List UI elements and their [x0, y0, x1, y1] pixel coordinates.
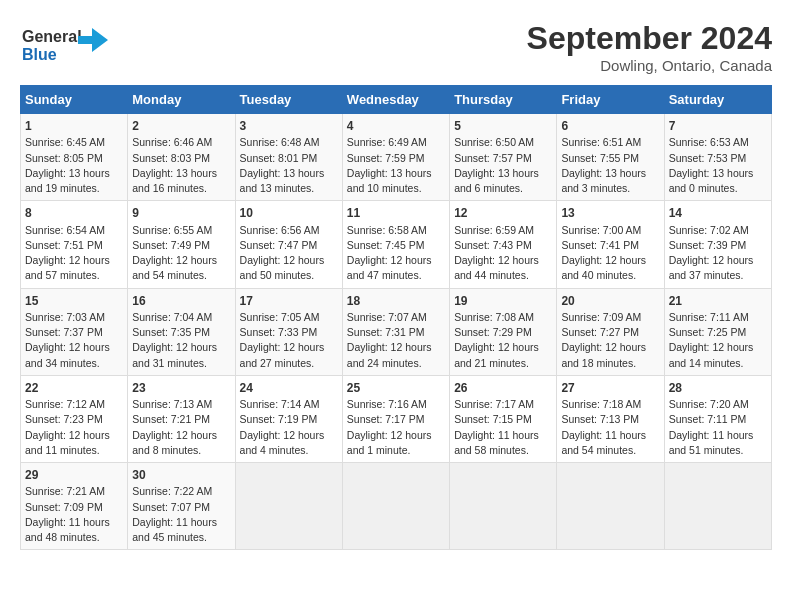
column-header-tuesday: Tuesday: [235, 86, 342, 114]
day-number: 30: [132, 467, 230, 484]
calendar-cell: 13Sunrise: 7:00 AMSunset: 7:41 PMDayligh…: [557, 201, 664, 288]
calendar-cell: 1Sunrise: 6:45 AMSunset: 8:05 PMDaylight…: [21, 114, 128, 201]
logo-svg: General Blue: [20, 20, 110, 75]
day-number: 15: [25, 293, 123, 310]
calendar-cell: 23Sunrise: 7:13 AMSunset: 7:21 PMDayligh…: [128, 375, 235, 462]
title-block: September 2024 Dowling, Ontario, Canada: [527, 20, 772, 74]
day-number: 24: [240, 380, 338, 397]
day-number: 2: [132, 118, 230, 135]
day-info: Sunrise: 7:02 AMSunset: 7:39 PMDaylight:…: [669, 223, 767, 284]
calendar-cell: 16Sunrise: 7:04 AMSunset: 7:35 PMDayligh…: [128, 288, 235, 375]
column-header-saturday: Saturday: [664, 86, 771, 114]
calendar-cell: [664, 463, 771, 550]
calendar-cell: 21Sunrise: 7:11 AMSunset: 7:25 PMDayligh…: [664, 288, 771, 375]
calendar-cell: 17Sunrise: 7:05 AMSunset: 7:33 PMDayligh…: [235, 288, 342, 375]
day-info: Sunrise: 6:51 AMSunset: 7:55 PMDaylight:…: [561, 135, 659, 196]
column-header-monday: Monday: [128, 86, 235, 114]
week-row-2: 8Sunrise: 6:54 AMSunset: 7:51 PMDaylight…: [21, 201, 772, 288]
day-info: Sunrise: 7:04 AMSunset: 7:35 PMDaylight:…: [132, 310, 230, 371]
calendar-cell: [557, 463, 664, 550]
column-header-friday: Friday: [557, 86, 664, 114]
column-header-sunday: Sunday: [21, 86, 128, 114]
day-number: 20: [561, 293, 659, 310]
day-info: Sunrise: 7:08 AMSunset: 7:29 PMDaylight:…: [454, 310, 552, 371]
day-number: 28: [669, 380, 767, 397]
page-header: General Blue September 2024 Dowling, Ont…: [20, 20, 772, 75]
month-title: September 2024: [527, 20, 772, 57]
day-info: Sunrise: 6:53 AMSunset: 7:53 PMDaylight:…: [669, 135, 767, 196]
day-number: 8: [25, 205, 123, 222]
calendar-cell: 27Sunrise: 7:18 AMSunset: 7:13 PMDayligh…: [557, 375, 664, 462]
calendar-cell: 25Sunrise: 7:16 AMSunset: 7:17 PMDayligh…: [342, 375, 449, 462]
header-row: SundayMondayTuesdayWednesdayThursdayFrid…: [21, 86, 772, 114]
location: Dowling, Ontario, Canada: [527, 57, 772, 74]
day-number: 29: [25, 467, 123, 484]
day-info: Sunrise: 6:45 AMSunset: 8:05 PMDaylight:…: [25, 135, 123, 196]
week-row-3: 15Sunrise: 7:03 AMSunset: 7:37 PMDayligh…: [21, 288, 772, 375]
calendar-cell: 3Sunrise: 6:48 AMSunset: 8:01 PMDaylight…: [235, 114, 342, 201]
calendar-cell: [450, 463, 557, 550]
day-number: 9: [132, 205, 230, 222]
week-row-4: 22Sunrise: 7:12 AMSunset: 7:23 PMDayligh…: [21, 375, 772, 462]
calendar-cell: [235, 463, 342, 550]
calendar-cell: 2Sunrise: 6:46 AMSunset: 8:03 PMDaylight…: [128, 114, 235, 201]
day-number: 14: [669, 205, 767, 222]
day-number: 3: [240, 118, 338, 135]
day-number: 25: [347, 380, 445, 397]
day-info: Sunrise: 6:55 AMSunset: 7:49 PMDaylight:…: [132, 223, 230, 284]
calendar-cell: 18Sunrise: 7:07 AMSunset: 7:31 PMDayligh…: [342, 288, 449, 375]
week-row-1: 1Sunrise: 6:45 AMSunset: 8:05 PMDaylight…: [21, 114, 772, 201]
day-info: Sunrise: 6:50 AMSunset: 7:57 PMDaylight:…: [454, 135, 552, 196]
calendar-cell: 15Sunrise: 7:03 AMSunset: 7:37 PMDayligh…: [21, 288, 128, 375]
day-info: Sunrise: 7:00 AMSunset: 7:41 PMDaylight:…: [561, 223, 659, 284]
day-info: Sunrise: 7:18 AMSunset: 7:13 PMDaylight:…: [561, 397, 659, 458]
day-number: 21: [669, 293, 767, 310]
day-info: Sunrise: 6:58 AMSunset: 7:45 PMDaylight:…: [347, 223, 445, 284]
day-number: 22: [25, 380, 123, 397]
calendar-cell: 9Sunrise: 6:55 AMSunset: 7:49 PMDaylight…: [128, 201, 235, 288]
day-info: Sunrise: 7:03 AMSunset: 7:37 PMDaylight:…: [25, 310, 123, 371]
day-info: Sunrise: 7:17 AMSunset: 7:15 PMDaylight:…: [454, 397, 552, 458]
day-info: Sunrise: 7:11 AMSunset: 7:25 PMDaylight:…: [669, 310, 767, 371]
day-info: Sunrise: 6:49 AMSunset: 7:59 PMDaylight:…: [347, 135, 445, 196]
day-number: 1: [25, 118, 123, 135]
calendar-cell: 7Sunrise: 6:53 AMSunset: 7:53 PMDaylight…: [664, 114, 771, 201]
day-number: 26: [454, 380, 552, 397]
day-info: Sunrise: 7:20 AMSunset: 7:11 PMDaylight:…: [669, 397, 767, 458]
day-number: 11: [347, 205, 445, 222]
calendar-cell: 24Sunrise: 7:14 AMSunset: 7:19 PMDayligh…: [235, 375, 342, 462]
day-info: Sunrise: 6:59 AMSunset: 7:43 PMDaylight:…: [454, 223, 552, 284]
column-header-thursday: Thursday: [450, 86, 557, 114]
day-number: 13: [561, 205, 659, 222]
logo: General Blue: [20, 20, 110, 75]
calendar-cell: 28Sunrise: 7:20 AMSunset: 7:11 PMDayligh…: [664, 375, 771, 462]
calendar-cell: 19Sunrise: 7:08 AMSunset: 7:29 PMDayligh…: [450, 288, 557, 375]
day-info: Sunrise: 7:12 AMSunset: 7:23 PMDaylight:…: [25, 397, 123, 458]
svg-text:Blue: Blue: [22, 46, 57, 63]
day-number: 23: [132, 380, 230, 397]
calendar-cell: 26Sunrise: 7:17 AMSunset: 7:15 PMDayligh…: [450, 375, 557, 462]
column-header-wednesday: Wednesday: [342, 86, 449, 114]
day-info: Sunrise: 6:56 AMSunset: 7:47 PMDaylight:…: [240, 223, 338, 284]
day-number: 17: [240, 293, 338, 310]
day-number: 12: [454, 205, 552, 222]
calendar-cell: 14Sunrise: 7:02 AMSunset: 7:39 PMDayligh…: [664, 201, 771, 288]
day-info: Sunrise: 7:13 AMSunset: 7:21 PMDaylight:…: [132, 397, 230, 458]
week-row-5: 29Sunrise: 7:21 AMSunset: 7:09 PMDayligh…: [21, 463, 772, 550]
calendar-cell: 10Sunrise: 6:56 AMSunset: 7:47 PMDayligh…: [235, 201, 342, 288]
calendar-cell: [342, 463, 449, 550]
calendar-cell: 5Sunrise: 6:50 AMSunset: 7:57 PMDaylight…: [450, 114, 557, 201]
svg-text:General: General: [22, 28, 82, 45]
day-info: Sunrise: 6:48 AMSunset: 8:01 PMDaylight:…: [240, 135, 338, 196]
day-info: Sunrise: 7:14 AMSunset: 7:19 PMDaylight:…: [240, 397, 338, 458]
day-number: 19: [454, 293, 552, 310]
day-info: Sunrise: 6:54 AMSunset: 7:51 PMDaylight:…: [25, 223, 123, 284]
day-info: Sunrise: 7:16 AMSunset: 7:17 PMDaylight:…: [347, 397, 445, 458]
calendar-cell: 22Sunrise: 7:12 AMSunset: 7:23 PMDayligh…: [21, 375, 128, 462]
calendar-cell: 11Sunrise: 6:58 AMSunset: 7:45 PMDayligh…: [342, 201, 449, 288]
day-number: 16: [132, 293, 230, 310]
calendar-cell: 6Sunrise: 6:51 AMSunset: 7:55 PMDaylight…: [557, 114, 664, 201]
calendar-table: SundayMondayTuesdayWednesdayThursdayFrid…: [20, 85, 772, 550]
svg-marker-2: [78, 28, 108, 52]
day-number: 27: [561, 380, 659, 397]
